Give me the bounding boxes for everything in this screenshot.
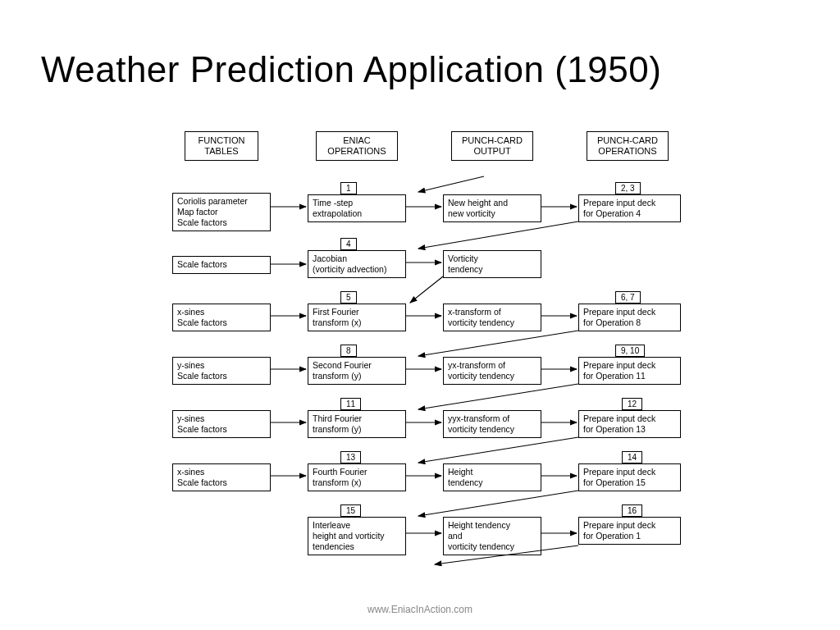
col-header-out: PUNCH-CARDOUTPUT	[451, 131, 533, 161]
ops-box-6: Prepare input deckfor Operation 15	[578, 463, 681, 491]
eniac-num-4: 8	[340, 345, 357, 357]
svg-line-11	[418, 331, 578, 356]
func-box-1: Coriolis parameterMap factorScale factor…	[172, 193, 271, 231]
eniac-num-3: 5	[340, 291, 357, 304]
eniac-num-5: 11	[340, 398, 361, 410]
slide: Weather Prediction Application (1950) FU…	[0, 0, 840, 630]
ops-box-4: Prepare input deckfor Operation 11	[578, 357, 681, 385]
eniac-box-4: Second Fouriertransform (y)	[308, 357, 406, 385]
ops-num-7: 16	[622, 504, 642, 517]
ops-num-1: 2, 3	[615, 182, 641, 194]
col-header-func: FUNCTIONTABLES	[185, 131, 258, 161]
out-box-5: yyx-transform ofvorticity tendency	[443, 410, 541, 438]
svg-line-19	[418, 437, 578, 463]
func-box-5: y-sinesScale factors	[172, 410, 271, 438]
func-box-3: x-sinesScale factors	[172, 304, 271, 331]
col-header-eniac: ENIACOPERATIONS	[316, 131, 398, 161]
eniac-num-6: 13	[340, 451, 361, 463]
ops-num-6: 14	[622, 451, 642, 463]
page-title: Weather Prediction Application (1950)	[41, 49, 661, 90]
func-box-4: y-sinesScale factors	[172, 357, 271, 385]
out-box-2: Vorticitytendency	[443, 250, 541, 278]
out-box-1: New height andnew vorticity	[443, 194, 541, 222]
svg-line-3	[418, 176, 484, 192]
func-box-2: Scale factors	[172, 256, 271, 274]
flowchart-diagram: FUNCTIONTABLES ENIACOPERATIONS PUNCH-CAR…	[172, 131, 738, 566]
svg-line-4	[418, 221, 578, 249]
svg-line-23	[418, 491, 578, 516]
eniac-num-1: 1	[340, 182, 357, 194]
func-box-6: x-sinesScale factors	[172, 463, 271, 491]
footer-url: www.EniacInAction.com	[0, 604, 840, 615]
ops-box-7: Prepare input deckfor Operation 1	[578, 517, 681, 545]
eniac-num-2: 4	[340, 238, 357, 250]
ops-box-5: Prepare input deckfor Operation 13	[578, 410, 681, 438]
eniac-box-7: Interleaveheight and vorticitytendencies	[308, 517, 406, 555]
svg-line-7	[410, 276, 443, 303]
svg-line-15	[418, 384, 578, 409]
eniac-box-3: First Fouriertransform (x)	[308, 304, 406, 331]
col-header-ops: PUNCH-CARDOPERATIONS	[587, 131, 669, 161]
eniac-num-7: 15	[340, 504, 361, 517]
out-box-6: Heighttendency	[443, 463, 541, 491]
ops-num-5: 12	[622, 398, 642, 410]
eniac-box-1: Time -stepextrapolation	[308, 194, 406, 222]
out-box-7: Height tendencyandvorticity tendency	[443, 517, 541, 555]
out-box-4: yx-transform ofvorticity tendency	[443, 357, 541, 385]
out-box-3: x-transform ofvorticity tendency	[443, 304, 541, 331]
ops-box-3: Prepare input deckfor Operation 8	[578, 304, 681, 331]
eniac-box-6: Fourth Fouriertransform (x)	[308, 463, 406, 491]
ops-num-4: 9, 10	[615, 345, 645, 357]
eniac-box-5: Third Fouriertransform (y)	[308, 410, 406, 438]
eniac-box-2: Jacobian(vorticity advection)	[308, 250, 406, 278]
ops-num-3: 6, 7	[615, 291, 641, 304]
ops-box-1: Prepare input deckfor Operation 4	[578, 194, 681, 222]
